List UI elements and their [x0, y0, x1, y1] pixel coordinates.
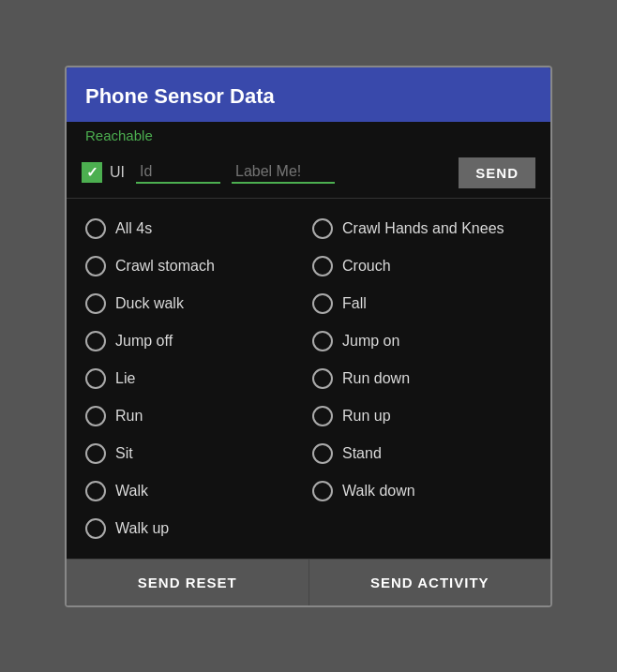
activity-label-crawl-hands-knees: Crawl Hands and Knees [342, 220, 504, 237]
activity-item-crouch[interactable]: Crouch [308, 247, 535, 285]
activity-label-run: Run [115, 408, 143, 425]
activity-label-run-down: Run down [342, 370, 410, 387]
activity-item-fall[interactable]: Fall [308, 285, 535, 322]
activity-item-crawl-stomach[interactable]: Crawl stomach [82, 247, 308, 285]
ui-checkbox-container[interactable]: ✓ UI [82, 162, 125, 183]
radio-fall[interactable] [312, 293, 333, 314]
activity-label-walk: Walk [115, 483, 148, 500]
activity-item-crawl-hands-knees[interactable]: Crawl Hands and Knees [308, 210, 535, 247]
activity-label-crawl-stomach: Crawl stomach [115, 258, 215, 275]
activity-label-jump-on: Jump on [342, 333, 399, 350]
id-input[interactable] [136, 161, 220, 184]
radio-sit[interactable] [85, 443, 106, 464]
activity-label-all4s: All 4s [115, 220, 152, 237]
radio-walk-up[interactable] [85, 518, 106, 539]
radio-run-down[interactable] [312, 368, 333, 389]
activity-item-walk-up[interactable]: Walk up [82, 510, 308, 547]
radio-run-up[interactable] [312, 406, 333, 426]
label-input[interactable] [232, 161, 335, 184]
reachable-bar: Reachable [67, 122, 550, 150]
activity-label-stand: Stand [342, 445, 382, 462]
ui-label: UI [110, 164, 125, 181]
radio-duck-walk[interactable] [85, 293, 106, 314]
toolbar: ✓ UI SEND [67, 150, 550, 199]
activity-item-run[interactable]: Run [82, 397, 308, 435]
activity-item-all4s[interactable]: All 4s [82, 210, 308, 247]
radio-walk-down[interactable] [312, 481, 333, 501]
radio-walk[interactable] [85, 481, 106, 501]
header: Phone Sensor Data [67, 67, 550, 122]
activity-item-jump-on[interactable]: Jump on [308, 322, 535, 360]
send-button[interactable]: SEND [459, 157, 535, 188]
activity-label-crouch: Crouch [342, 258, 391, 275]
reachable-status: Reachable [85, 127, 153, 143]
left-column: All 4s Crawl stomach Duck walk Jump off … [82, 210, 308, 547]
activity-item-lie[interactable]: Lie [82, 360, 308, 397]
send-activity-button[interactable]: SEND ACTIVITY [309, 560, 551, 605]
radio-stand[interactable] [312, 443, 333, 464]
radio-jump-off[interactable] [85, 331, 106, 351]
radio-jump-on[interactable] [312, 331, 333, 351]
activity-item-sit[interactable]: Sit [82, 435, 308, 472]
activity-item-walk[interactable]: Walk [82, 472, 308, 510]
activity-label-fall: Fall [342, 295, 367, 312]
activity-label-duck-walk: Duck walk [115, 295, 184, 312]
radio-lie[interactable] [85, 368, 106, 389]
activity-label-walk-down: Walk down [342, 483, 415, 500]
activity-label-run-up: Run up [342, 408, 391, 425]
radio-crawl-stomach[interactable] [85, 256, 106, 276]
activity-item-walk-down[interactable]: Walk down [308, 472, 535, 510]
activity-item-run-up[interactable]: Run up [308, 397, 535, 435]
radio-crawl-hands-knees[interactable] [312, 218, 333, 239]
send-reset-button[interactable]: SEND RESET [67, 560, 309, 605]
activity-item-stand[interactable]: Stand [308, 435, 535, 472]
check-icon: ✓ [86, 164, 98, 181]
ui-checkbox[interactable]: ✓ [82, 162, 102, 183]
activity-label-jump-off: Jump off [115, 333, 173, 350]
radio-run[interactable] [85, 406, 106, 426]
activity-item-duck-walk[interactable]: Duck walk [82, 285, 308, 322]
activity-label-lie: Lie [115, 370, 135, 387]
radio-crouch[interactable] [312, 256, 333, 276]
activities-grid: All 4s Crawl stomach Duck walk Jump off … [67, 199, 550, 559]
footer: SEND RESET SEND ACTIVITY [67, 559, 550, 605]
right-column: Crawl Hands and Knees Crouch Fall Jump o… [308, 210, 535, 547]
radio-all4s[interactable] [85, 218, 106, 239]
app-title: Phone Sensor Data [85, 84, 275, 108]
activity-item-run-down[interactable]: Run down [308, 360, 535, 397]
activity-label-sit: Sit [115, 445, 133, 462]
activity-item-jump-off[interactable]: Jump off [82, 322, 308, 360]
app-container: Phone Sensor Data Reachable ✓ UI SEND Al… [65, 66, 552, 607]
activity-label-walk-up: Walk up [115, 520, 169, 537]
